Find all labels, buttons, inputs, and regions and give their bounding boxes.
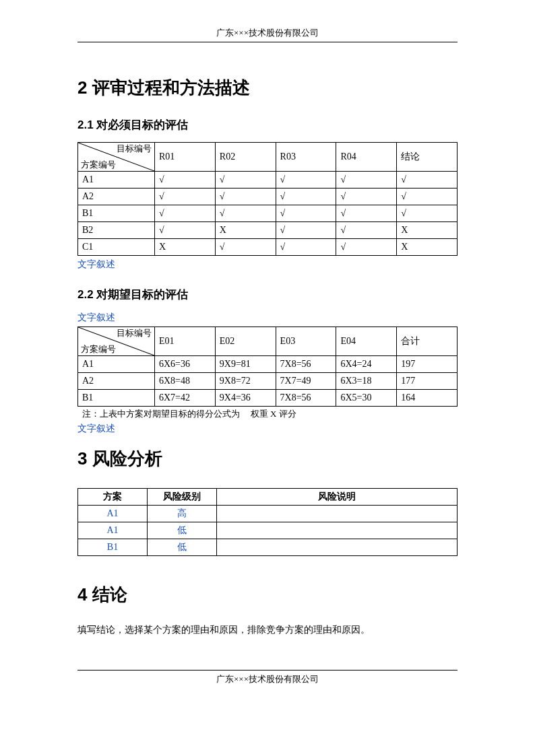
- table-required-targets: 目标编号 方案编号 R01 R02 R03 R04 结论 A1 √ √ √ √ …: [77, 142, 458, 256]
- diag-bottom-label: 方案编号: [81, 343, 116, 355]
- cell: 低: [148, 522, 217, 539]
- row-label: A1: [78, 356, 155, 373]
- cell: [217, 506, 458, 522]
- formula-note: 注：上表中方案对期望目标的得分公式为 权重 X 评分: [77, 408, 458, 420]
- table-row: A1 √ √ √ √ √: [78, 172, 458, 188]
- cell: √: [336, 205, 397, 222]
- row-label: C1: [78, 239, 155, 256]
- col-header: E03: [276, 327, 336, 356]
- cell: B1: [78, 539, 148, 556]
- cell: 低: [148, 539, 217, 556]
- table-row: A1 6X6=36 9X9=81 7X8=56 6X4=24 197: [78, 356, 458, 373]
- table-row: B1 6X7=42 9X4=36 7X8=56 6X5=30 164: [78, 390, 458, 407]
- cell: 9X9=81: [215, 356, 276, 373]
- cell: A1: [78, 522, 148, 539]
- diag-bottom-label: 方案编号: [81, 159, 116, 171]
- note-text: 文字叙述: [77, 312, 458, 324]
- section-2-2-title: 2.2 对期望目标的评估: [77, 287, 458, 302]
- cell: X: [397, 239, 458, 256]
- cell: √: [397, 172, 458, 188]
- table-row: B1 √ √ √ √ √: [78, 205, 458, 222]
- section-2-1-title: 2.1 对必须目标的评估: [77, 117, 458, 133]
- table-row: B1 低: [78, 539, 458, 556]
- row-label: B2: [78, 222, 155, 239]
- col-header: E02: [215, 327, 276, 356]
- cell: 6X8=48: [155, 373, 216, 390]
- cell: √: [336, 172, 397, 188]
- cell: 7X7=49: [276, 373, 336, 390]
- cell: √: [397, 188, 458, 205]
- col-header: 风险说明: [217, 489, 458, 506]
- table-risk: 方案 风险级别 风险说明 A1 高 A1 低 B1 低: [77, 488, 458, 556]
- cell: 6X3=18: [336, 373, 397, 390]
- cell: √: [276, 239, 336, 256]
- table-row: A1 低: [78, 522, 458, 539]
- cell: 6X7=42: [155, 390, 216, 407]
- diagonal-header-cell: 目标编号 方案编号: [78, 327, 155, 356]
- note-text: 文字叙述: [77, 259, 458, 271]
- col-header: R03: [276, 143, 336, 172]
- row-label: A2: [78, 188, 155, 205]
- col-header: R02: [215, 143, 276, 172]
- cell: 高: [148, 506, 217, 522]
- cell: 9X4=36: [215, 390, 276, 407]
- page-footer: 广东×××技术股份有限公司: [77, 670, 458, 685]
- row-label: B1: [78, 390, 155, 407]
- cell: √: [336, 239, 397, 256]
- section-2-title: 2 评审过程和方法描述: [77, 76, 458, 100]
- cell: 6X4=24: [336, 356, 397, 373]
- col-header: R01: [155, 143, 216, 172]
- table-header-row: 目标编号 方案编号 R01 R02 R03 R04 结论: [78, 143, 458, 172]
- table-row: A2 6X8=48 9X8=72 7X7=49 6X3=18 177: [78, 373, 458, 390]
- cell: 7X8=56: [276, 356, 336, 373]
- section-4-title: 4 结论: [77, 583, 458, 607]
- cell: √: [276, 222, 336, 239]
- cell: X: [215, 222, 276, 239]
- cell: √: [215, 172, 276, 188]
- cell: 6X6=36: [155, 356, 216, 373]
- col-header: R04: [336, 143, 397, 172]
- cell: √: [215, 188, 276, 205]
- conclusion-body: 填写结论，选择某个方案的理由和原因，排除竞争方案的理由和原因。: [77, 624, 458, 636]
- cell: 177: [397, 373, 458, 390]
- cell: A1: [78, 506, 148, 522]
- page-header: 广东×××技术股份有限公司: [77, 27, 458, 42]
- note-text: 文字叙述: [77, 423, 458, 435]
- col-header: E01: [155, 327, 216, 356]
- cell: 197: [397, 356, 458, 373]
- cell: √: [276, 205, 336, 222]
- cell: [217, 539, 458, 556]
- cell: √: [336, 222, 397, 239]
- cell: 164: [397, 390, 458, 407]
- row-label: B1: [78, 205, 155, 222]
- col-header: 结论: [397, 143, 458, 172]
- cell: √: [276, 172, 336, 188]
- cell: √: [155, 222, 216, 239]
- cell: 6X5=30: [336, 390, 397, 407]
- document-page: 广东×××技术股份有限公司 2 评审过程和方法描述 2.1 对必须目标的评估 目…: [0, 0, 535, 685]
- cell: √: [336, 188, 397, 205]
- cell: √: [276, 188, 336, 205]
- col-header: 风险级别: [148, 489, 217, 506]
- cell: √: [215, 239, 276, 256]
- cell: X: [155, 239, 216, 256]
- cell: √: [215, 205, 276, 222]
- table-row: A2 √ √ √ √ √: [78, 188, 458, 205]
- table-row: A1 高: [78, 506, 458, 522]
- section-3-title: 3 风险分析: [77, 447, 458, 471]
- diag-top-label: 目标编号: [117, 327, 152, 339]
- row-label: A1: [78, 172, 155, 188]
- cell: √: [155, 172, 216, 188]
- table-row: C1 X √ √ √ X: [78, 239, 458, 256]
- row-label: A2: [78, 373, 155, 390]
- diag-top-label: 目标编号: [117, 143, 152, 155]
- cell: √: [397, 205, 458, 222]
- cell: [217, 522, 458, 539]
- table-header-row: 目标编号 方案编号 E01 E02 E03 E04 合计: [78, 327, 458, 356]
- table-row: B2 √ X √ √ X: [78, 222, 458, 239]
- diagonal-header-cell: 目标编号 方案编号: [78, 143, 155, 172]
- col-header: 合计: [397, 327, 458, 356]
- col-header: E04: [336, 327, 397, 356]
- cell: 7X8=56: [276, 390, 336, 407]
- table-header-row: 方案 风险级别 风险说明: [78, 489, 458, 506]
